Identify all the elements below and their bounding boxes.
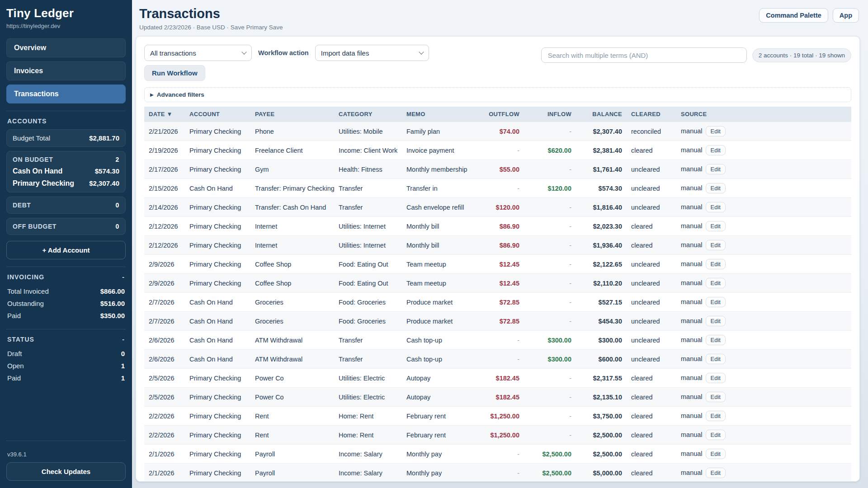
workflow-action-select[interactable]: Import data files (315, 45, 429, 61)
column-header-source[interactable]: SOURCE (676, 107, 851, 122)
spacer (6, 384, 126, 433)
cell-category: Home: Rent (334, 426, 402, 445)
transaction-row[interactable]: 2/2/2026 Primary Checking Rent Home: Ren… (144, 407, 851, 426)
on-budget-panel: ON BUDGET 2 Cash On Hand $574.30 Primary… (6, 151, 126, 192)
edit-button[interactable]: Edit (706, 126, 726, 136)
edit-button[interactable]: Edit (706, 297, 726, 307)
column-header-account[interactable]: ACCOUNT (185, 107, 250, 122)
transaction-row[interactable]: 2/6/2026 Cash On Hand ATM Withdrawal Tra… (144, 331, 851, 350)
edit-button[interactable]: Edit (706, 449, 726, 459)
transaction-row[interactable]: 2/9/2026 Primary Checking Coffee Shop Fo… (144, 255, 851, 274)
app-button[interactable]: App (833, 8, 859, 23)
column-header-inflow[interactable]: INFLOW (524, 107, 576, 122)
edit-button[interactable]: Edit (706, 430, 726, 440)
cell-date: 2/5/2026 (144, 369, 185, 388)
transaction-row[interactable]: 2/1/2026 Primary Checking Payroll Income… (144, 464, 851, 482)
edit-button[interactable]: Edit (706, 468, 726, 478)
account-row-cash-on-hand[interactable]: Cash On Hand $574.30 (13, 167, 119, 175)
cell-outflow: $12.45 (481, 255, 524, 274)
transaction-row[interactable]: 2/19/2026 Primary Checking Freelance Cli… (144, 141, 851, 160)
source-label: manual (681, 412, 703, 419)
edit-button[interactable]: Edit (706, 411, 726, 421)
workflow-select-value: Import data files (321, 49, 369, 57)
edit-button[interactable]: Edit (706, 259, 726, 269)
collapse-icon[interactable]: - (122, 273, 125, 281)
column-header-balance[interactable]: BALANCE (576, 107, 627, 122)
cell-memo: Team meetup (402, 255, 481, 274)
transaction-row[interactable]: 2/21/2026 Primary Checking Phone Utiliti… (144, 122, 851, 141)
cell-category: Health: Fitness (334, 160, 402, 179)
account-row-primary-checking[interactable]: Primary Checking $2,307.40 (13, 179, 119, 188)
column-header-category[interactable]: CATEGORY (334, 107, 402, 122)
transaction-row[interactable]: 2/6/2026 Cash On Hand ATM Withdrawal Tra… (144, 350, 851, 369)
debt-panel[interactable]: DEBT 0 (6, 197, 126, 214)
search-input[interactable] (541, 47, 747, 63)
cell-memo: Produce market (402, 293, 481, 312)
command-palette-button[interactable]: Command Palette (759, 8, 828, 23)
cell-outflow: $12.45 (481, 274, 524, 293)
invoicing-heading[interactable]: INVOICING - (7, 273, 125, 281)
transaction-row[interactable]: 2/7/2026 Cash On Hand Groceries Food: Gr… (144, 293, 851, 312)
edit-button[interactable]: Edit (706, 221, 726, 231)
cell-payee: Internet (250, 236, 334, 255)
edit-button[interactable]: Edit (706, 202, 726, 212)
check-updates-button[interactable]: Check Updates (6, 462, 126, 481)
edit-button[interactable]: Edit (706, 183, 726, 193)
edit-button[interactable]: Edit (706, 316, 726, 326)
edit-button[interactable]: Edit (706, 354, 726, 364)
status-heading[interactable]: STATUS - (7, 336, 125, 343)
cell-inflow: - (524, 255, 576, 274)
edit-button[interactable]: Edit (706, 164, 726, 174)
transaction-row[interactable]: 2/5/2026 Primary Checking Power Co Utili… (144, 369, 851, 388)
advanced-filters-toggle[interactable]: ▶ Advanced filters (144, 87, 851, 102)
cell-cleared: cleared (627, 217, 676, 236)
edit-button[interactable]: Edit (706, 278, 726, 288)
cell-account: Primary Checking (185, 160, 250, 179)
cell-category: Transfer (334, 179, 402, 198)
edit-button[interactable]: Edit (706, 373, 726, 383)
add-account-button[interactable]: + Add Account (6, 241, 126, 259)
cell-date: 2/6/2026 (144, 350, 185, 369)
transaction-row[interactable]: 2/9/2026 Primary Checking Coffee Shop Fo… (144, 274, 851, 293)
column-header-date[interactable]: DATE ▼ (144, 107, 185, 122)
cell-inflow: $120.00 (524, 179, 576, 198)
transaction-row[interactable]: 2/7/2026 Cash On Hand Groceries Food: Gr… (144, 312, 851, 331)
transaction-row[interactable]: 2/2/2026 Primary Checking Rent Home: Ren… (144, 426, 851, 445)
edit-button[interactable]: Edit (706, 145, 726, 155)
cell-payee: Gym (250, 160, 334, 179)
page-header: Transactions Updated 2/23/2026 · Base US… (136, 5, 860, 31)
column-header-payee[interactable]: PAYEE (250, 107, 334, 122)
page-subtitle: Updated 2/23/2026 · Base USD · Save Prim… (139, 24, 283, 31)
edit-button[interactable]: Edit (706, 240, 726, 250)
source-label: manual (681, 127, 703, 135)
transaction-row[interactable]: 2/12/2026 Primary Checking Internet Util… (144, 236, 851, 255)
budget-total-panel[interactable]: Budget Total $2,881.70 (6, 129, 126, 147)
sidebar-item-transactions[interactable]: Transactions (6, 84, 126, 103)
column-header-cleared[interactable]: CLEARED (627, 107, 676, 122)
transaction-scope-select[interactable]: All transactions (144, 45, 252, 61)
column-header-outflow[interactable]: OUTFLOW (481, 107, 524, 122)
chevron-down-icon (241, 49, 246, 54)
transaction-row[interactable]: 2/5/2026 Primary Checking Power Co Utili… (144, 388, 851, 407)
cell-payee: Freelance Client (250, 141, 334, 160)
column-header-memo[interactable]: MEMO (402, 107, 481, 122)
edit-button[interactable]: Edit (706, 335, 726, 345)
sidebar-item-invoices[interactable]: Invoices (6, 61, 126, 80)
on-budget-header[interactable]: ON BUDGET 2 (13, 156, 119, 163)
sidebar-item-overview[interactable]: Overview (6, 38, 126, 57)
cell-balance: $1,936.40 (576, 236, 627, 255)
cell-date: 2/1/2026 (144, 445, 185, 464)
cell-payee: Coffee Shop (250, 274, 334, 293)
collapse-icon[interactable]: - (122, 336, 125, 343)
run-workflow-button[interactable]: Run Workflow (144, 65, 205, 81)
edit-button[interactable]: Edit (706, 392, 726, 402)
transaction-row[interactable]: 2/12/2026 Primary Checking Internet Util… (144, 217, 851, 236)
transaction-row[interactable]: 2/17/2026 Primary Checking Gym Health: F… (144, 160, 851, 179)
cell-balance: $2,500.00 (576, 426, 627, 445)
transaction-row[interactable]: 2/14/2026 Primary Checking Transfer: Cas… (144, 198, 851, 217)
cell-payee: Transfer: Primary Checking (250, 179, 334, 198)
cell-inflow: - (524, 407, 576, 426)
off-budget-panel[interactable]: OFF BUDGET 0 (6, 218, 126, 235)
transaction-row[interactable]: 2/1/2026 Primary Checking Payroll Income… (144, 445, 851, 464)
transaction-row[interactable]: 2/15/2026 Cash On Hand Transfer: Primary… (144, 179, 851, 198)
